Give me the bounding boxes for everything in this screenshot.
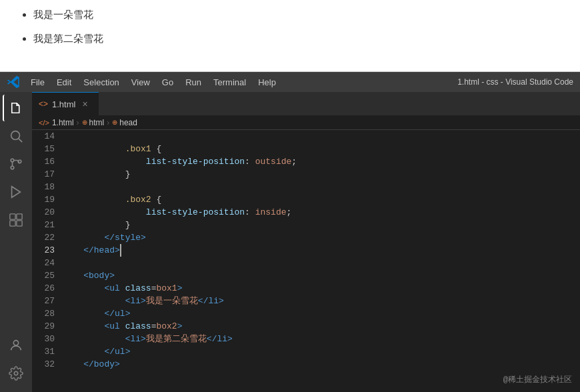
code-line-28: </ul> [63, 307, 580, 320]
ln-18: 18 [32, 181, 55, 193]
tab-close-button[interactable]: × [82, 99, 87, 109]
breadcrumb-sep-2: › [107, 118, 109, 127]
tab-file-icon: <> [39, 99, 48, 109]
svg-line-1 [19, 139, 22, 142]
activity-debug-icon[interactable] [3, 179, 29, 205]
code-line-17: } [63, 168, 580, 181]
tab-1html[interactable]: <> 1.html × [32, 92, 99, 115]
code-line-23: </head> [63, 244, 580, 257]
titlebar: File Edit Selection View Go Run Terminal… [0, 72, 580, 92]
preview-list: 我是一朵雪花 我是第二朵雪花 [20, 7, 560, 47]
menu-help[interactable]: Help [253, 76, 281, 89]
watermark: @稀土掘金技术社区 [503, 374, 572, 387]
breadcrumb-head[interactable]: ⊕ head [112, 118, 137, 127]
svg-point-0 [11, 131, 20, 140]
code-line-16: list-style-position: outside; [63, 155, 580, 168]
ln-25: 25 [32, 269, 55, 282]
tab-filename: 1.html [52, 99, 75, 109]
menu-selection[interactable]: Selection [78, 76, 124, 89]
menu-bar: File Edit Selection View Go Run Terminal… [25, 76, 457, 89]
code-line-27: <li>我是一朵雪花</li> [63, 295, 580, 307]
activity-bottom-icons [3, 332, 29, 392]
vscode-logo-icon [7, 75, 20, 89]
code-line-30: <li>我是第二朵雪花</li> [63, 333, 580, 345]
code-line-18 [63, 181, 580, 193]
breadcrumb: </> 1.html › ⊕ html › ⊕ head [32, 115, 580, 130]
svg-point-2 [11, 166, 14, 169]
preview-area: 我是一朵雪花 我是第二朵雪花 [0, 0, 580, 72]
ln-24: 24 [32, 257, 55, 269]
code-line-19: .box2 { [63, 193, 580, 206]
menu-file[interactable]: File [25, 76, 50, 89]
ln-14: 14 [32, 130, 55, 143]
code-line-32: </body> [63, 358, 580, 371]
menu-view[interactable]: View [126, 76, 155, 89]
vscode-window: File Edit Selection View Go Run Terminal… [0, 72, 580, 392]
breadcrumb-head-icon: ⊕ [112, 119, 117, 126]
tab-bar: <> 1.html × [32, 92, 580, 115]
svg-rect-8 [10, 221, 15, 226]
activity-git-icon[interactable] [3, 151, 29, 177]
ln-19: 19 [32, 193, 55, 206]
svg-point-10 [13, 341, 18, 345]
code-line-26: <ul class=box1> [63, 282, 580, 295]
menu-terminal[interactable]: Terminal [208, 76, 251, 89]
code-content: .box1 { list-style-position: outside; } … [60, 130, 580, 392]
activity-search-icon[interactable] [3, 123, 29, 149]
svg-point-11 [14, 371, 18, 375]
menu-edit[interactable]: Edit [51, 76, 77, 89]
ln-30: 30 [32, 333, 55, 345]
code-line-25: <body> [63, 269, 580, 282]
ln-23: 23 [32, 244, 55, 257]
ln-22: 22 [32, 231, 55, 244]
ln-16: 16 [32, 155, 55, 168]
list-item-1: 我是一朵雪花 [33, 7, 560, 23]
svg-rect-7 [17, 214, 22, 219]
ln-28: 28 [32, 307, 55, 320]
code-line-22: </style> [63, 231, 580, 244]
breadcrumb-file-label: 1.html [52, 118, 74, 127]
ln-27: 27 [32, 295, 55, 307]
editor-area: <> 1.html × </> 1.html › ⊕ html › ⊕ [32, 92, 580, 392]
code-line-20: list-style-position: inside; [63, 206, 580, 219]
svg-point-3 [11, 159, 14, 162]
menu-go[interactable]: Go [157, 76, 179, 89]
breadcrumb-icon-file: </> [39, 119, 49, 127]
ln-31: 31 [32, 345, 55, 358]
code-line-15: .box1 { [63, 143, 580, 155]
ln-32: 32 [32, 358, 55, 371]
ln-17: 17 [32, 168, 55, 181]
activity-settings-icon[interactable] [3, 360, 29, 387]
ln-21: 21 [32, 219, 55, 231]
list-item-2: 我是第二朵雪花 [33, 31, 560, 47]
code-line-14 [63, 130, 580, 143]
line-numbers: 14 15 16 17 18 19 20 21 22 23 24 25 26 2… [32, 130, 60, 392]
breadcrumb-html-icon: ⊕ [82, 119, 87, 126]
code-line-29: <ul class=box2> [63, 320, 580, 333]
vscode-main: <> 1.html × </> 1.html › ⊕ html › ⊕ [0, 92, 580, 392]
code-editor[interactable]: 14 15 16 17 18 19 20 21 22 23 24 25 26 2… [32, 130, 580, 392]
activity-bar [0, 92, 32, 392]
breadcrumb-file[interactable]: 1.html [52, 118, 74, 127]
code-line-24 [63, 257, 580, 269]
code-line-31: </ul> [63, 345, 580, 358]
svg-rect-6 [10, 214, 15, 219]
breadcrumb-head-label: head [119, 118, 137, 127]
activity-account-icon[interactable] [3, 332, 29, 359]
svg-marker-5 [12, 187, 21, 198]
window-title: 1.html - css - Visual Studio Code [457, 77, 573, 87]
svg-rect-9 [17, 221, 22, 226]
menu-run[interactable]: Run [180, 76, 207, 89]
breadcrumb-html-label: html [89, 118, 105, 127]
code-line-21: } [63, 219, 580, 231]
breadcrumb-html[interactable]: ⊕ html [82, 118, 105, 127]
ln-15: 15 [32, 143, 55, 155]
ln-26: 26 [32, 282, 55, 295]
activity-extensions-icon[interactable] [3, 207, 29, 233]
ln-20: 20 [32, 206, 55, 219]
ln-29: 29 [32, 320, 55, 333]
breadcrumb-sep-1: › [77, 118, 79, 127]
activity-files-icon[interactable] [3, 95, 29, 121]
